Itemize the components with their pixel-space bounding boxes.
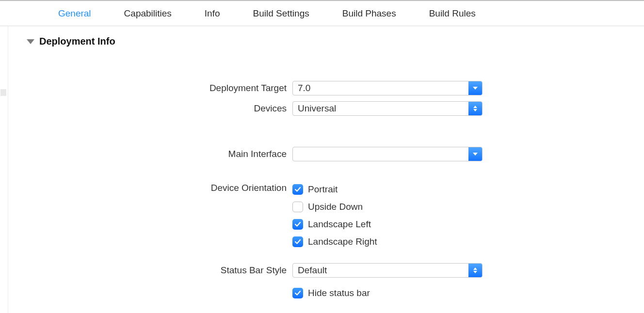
devices-select[interactable]: Universal [292, 101, 483, 116]
orientation-upside-down-row: Upside Down [292, 198, 377, 216]
row-main-interface: Main Interface [8, 147, 644, 161]
content-pane: Deployment Info Deployment Target 7.0 De… [8, 26, 644, 313]
hide-status-bar-checkbox[interactable] [292, 288, 303, 298]
orientation-landscape-left-checkbox[interactable] [292, 219, 303, 230]
tab-info[interactable]: Info [205, 8, 220, 19]
orientation-landscape-left-label: Landscape Left [308, 219, 371, 230]
status-bar-style-dropdown-button[interactable] [468, 264, 482, 277]
label-deployment-target: Deployment Target [8, 81, 292, 95]
status-bar-style-select[interactable]: Default [292, 263, 483, 278]
status-bar-style-value: Default [293, 264, 468, 277]
orientation-upside-down-label: Upside Down [308, 202, 363, 212]
orientation-landscape-left-row: Landscape Left [292, 216, 377, 233]
disclosure-triangle-icon[interactable] [27, 39, 34, 44]
tab-build-settings[interactable]: Build Settings [253, 8, 309, 19]
chevron-down-icon [473, 153, 478, 156]
label-device-orientation: Device Orientation [8, 181, 292, 195]
main-interface-combobox[interactable] [292, 147, 483, 161]
label-devices: Devices [8, 101, 292, 116]
tab-capabilities[interactable]: Capabilities [124, 8, 172, 19]
orientation-checkboxes: Portrait Upside Down Landscape Left [292, 181, 377, 250]
tab-general[interactable]: General [58, 8, 91, 19]
label-status-bar-style: Status Bar Style [8, 263, 292, 278]
deployment-form: Deployment Target 7.0 Devices Universal … [8, 81, 644, 313]
main-interface-dropdown-button[interactable] [468, 147, 482, 161]
section-header[interactable]: Deployment Info [8, 36, 644, 47]
deployment-target-value[interactable]: 7.0 [293, 81, 468, 95]
gutter-marker [0, 89, 6, 96]
devices-dropdown-button[interactable] [468, 102, 482, 115]
orientation-landscape-right-row: Landscape Right [292, 233, 377, 250]
orientation-portrait-checkbox[interactable] [292, 184, 303, 195]
orientation-landscape-right-label: Landscape Right [308, 236, 377, 247]
tab-build-rules[interactable]: Build Rules [429, 8, 476, 19]
tab-bar: General Capabilities Info Build Settings… [0, 0, 644, 26]
orientation-landscape-right-checkbox[interactable] [292, 236, 303, 247]
tab-build-phases[interactable]: Build Phases [342, 8, 396, 19]
section-title: Deployment Info [39, 36, 115, 47]
orientation-upside-down-checkbox[interactable] [292, 202, 303, 212]
chevron-up-icon [473, 106, 477, 108]
chevron-down-icon [473, 271, 477, 273]
hide-status-bar-row: Hide status bar [292, 284, 483, 302]
deployment-target-combobox[interactable]: 7.0 [292, 81, 483, 95]
deployment-target-dropdown-button[interactable] [468, 81, 482, 95]
row-deployment-target: Deployment Target 7.0 [8, 81, 644, 95]
chevron-up-icon [473, 267, 477, 270]
orientation-portrait-label: Portrait [308, 184, 338, 195]
label-main-interface: Main Interface [8, 147, 292, 161]
hide-status-bar-label: Hide status bar [308, 288, 370, 298]
orientation-portrait-row: Portrait [292, 181, 377, 198]
row-devices: Devices Universal [8, 101, 644, 116]
row-status-bar-style: Status Bar Style Default Hide status bar [8, 263, 644, 302]
devices-value: Universal [293, 102, 468, 115]
chevron-down-icon [473, 109, 477, 111]
row-device-orientation: Device Orientation Portrait Upside Down [8, 181, 644, 250]
chevron-down-icon [473, 87, 478, 90]
